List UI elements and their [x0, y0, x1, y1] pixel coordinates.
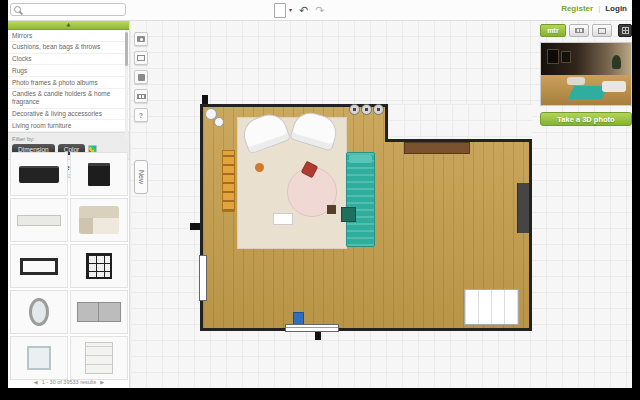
room-wall-notch [385, 104, 532, 142]
search-input[interactable] [24, 5, 122, 14]
camera-icon [137, 36, 145, 42]
category-item[interactable]: Photo frames & photo albums [8, 77, 129, 89]
cube-table-green[interactable] [341, 207, 356, 222]
window[interactable] [199, 255, 207, 301]
preview-sofa [567, 77, 585, 85]
prev-page-icon[interactable]: ◀ [34, 380, 38, 385]
undo-icon[interactable]: ↶ [299, 5, 308, 16]
account-divider: | [598, 4, 600, 13]
wall-marker [315, 331, 321, 340]
cube-shelving-icon [86, 253, 112, 279]
product-thumbnail[interactable] [10, 244, 68, 288]
category-item[interactable]: Clocks [8, 54, 129, 66]
chevron-down-icon[interactable]: ▾ [289, 7, 292, 13]
canvas-toolbar: ▾ ↶ ↷ [274, 2, 324, 18]
category-item[interactable]: Mirrors [8, 30, 129, 42]
wall-unit-dark[interactable] [517, 183, 529, 233]
panel-rug-white[interactable] [464, 289, 519, 325]
room-planner-app: ▾ ↶ ↷ Register | Login ▲ Mirrors Cushion… [8, 0, 632, 388]
new-design-tab[interactable]: New [134, 160, 148, 194]
stool-orange[interactable] [255, 163, 264, 172]
coffee-table-white[interactable] [273, 213, 293, 225]
scrollbar-thumb[interactable] [125, 32, 128, 66]
product-thumbnail[interactable] [70, 290, 128, 334]
3d-preview-thumbnail[interactable] [540, 42, 632, 106]
category-item[interactable]: Cushions, bean bags & throws [8, 42, 129, 54]
coffee-table-open-icon [20, 258, 58, 275]
product-thumbnail[interactable] [10, 198, 68, 242]
product-thumbnail[interactable] [70, 336, 128, 380]
next-page-icon[interactable]: ▶ [100, 380, 104, 385]
pagination-text: 1 - 30 of 39533 results [42, 379, 97, 385]
ceiling-speaker-icon[interactable] [361, 104, 372, 115]
product-thumbnail[interactable] [10, 152, 68, 196]
category-item[interactable]: Living room furniture [8, 120, 129, 132]
help-icon: ? [139, 112, 143, 119]
units-meter-label: mtr [547, 27, 558, 34]
preview-picture-frame [561, 51, 571, 63]
redo-icon[interactable]: ↷ [315, 5, 324, 16]
corner-sofa-icon [79, 206, 119, 234]
view-options-button[interactable] [592, 24, 612, 37]
units-meter-button[interactable]: mtr [540, 24, 566, 37]
sideboard-icon [77, 302, 121, 322]
sidebar-scrollbar[interactable] [125, 30, 128, 140]
category-item[interactable]: Decorative & living accessories [8, 109, 129, 121]
ruler-icon [137, 94, 146, 99]
window[interactable] [285, 324, 339, 332]
console-table-icon [17, 215, 61, 226]
collapse-up-icon: ▲ [67, 22, 71, 27]
image-tool-button[interactable] [134, 51, 148, 65]
top-toolbar: ▾ ↶ ↷ Register | Login [8, 0, 632, 21]
take-3d-photo-label: Take a 3D photo [557, 115, 614, 124]
ladder-shelf-yellow[interactable] [222, 150, 235, 212]
category-collapse-bar[interactable]: ▲ [8, 20, 129, 30]
pillow-teal [349, 155, 372, 163]
preview-sofa [602, 81, 626, 92]
account-links: Register | Login [561, 4, 627, 13]
pagination: ◀ 1 - 30 of 39533 results ▶ [8, 379, 130, 385]
preview-picture-frame [547, 49, 559, 64]
grid-icon [622, 27, 629, 34]
fullscreen-button[interactable] [618, 24, 632, 37]
side-table-black-icon [88, 163, 110, 186]
floorplan-room[interactable] [200, 104, 532, 331]
paint-icon [138, 74, 145, 81]
filter-by-label: Filter by: [12, 136, 125, 142]
product-thumbnail[interactable] [70, 152, 128, 196]
product-thumbnail[interactable] [10, 336, 68, 380]
canvas-tool-column: ? [134, 32, 148, 127]
side-table-dark[interactable] [327, 205, 336, 214]
search-box[interactable] [10, 3, 126, 16]
daybed-teal[interactable] [346, 152, 375, 247]
wall-marker [202, 95, 208, 104]
product-thumbnail[interactable] [70, 198, 128, 242]
take-3d-photo-button[interactable]: Take a 3D photo [540, 112, 632, 126]
ruler-icon [575, 28, 584, 33]
image-icon [598, 28, 606, 34]
catalog-sidebar: ▲ Mirrors Cushions, bean bags & throws C… [8, 20, 130, 388]
wall-marker [190, 223, 200, 230]
preview-plant [612, 55, 621, 69]
floor-lamp[interactable] [214, 117, 224, 127]
units-feet-button[interactable] [569, 24, 589, 37]
category-item[interactable]: Candles & candle holders & home fragranc… [8, 89, 129, 109]
dresser-white-icon [85, 342, 113, 374]
ceiling-speaker-icon[interactable] [373, 104, 384, 115]
ceiling-speaker-icon[interactable] [349, 104, 360, 115]
camera-tool-button[interactable] [134, 32, 148, 46]
category-list: Mirrors Cushions, bean bags & throws Clo… [8, 30, 129, 132]
help-tool-button[interactable]: ? [134, 108, 148, 122]
measure-tool-button[interactable] [134, 89, 148, 103]
image-icon [137, 55, 145, 61]
login-link[interactable]: Login [605, 4, 627, 13]
product-thumbnail[interactable] [10, 290, 68, 334]
new-tab-label: New [138, 170, 145, 184]
new-document-icon[interactable] [274, 3, 286, 18]
category-item[interactable]: Rugs [8, 65, 129, 77]
product-thumbnail[interactable] [70, 244, 128, 288]
paint-tool-button[interactable] [134, 70, 148, 84]
console-brown[interactable] [404, 142, 470, 154]
ornate-mirror-icon [29, 298, 49, 326]
register-link[interactable]: Register [561, 4, 593, 13]
